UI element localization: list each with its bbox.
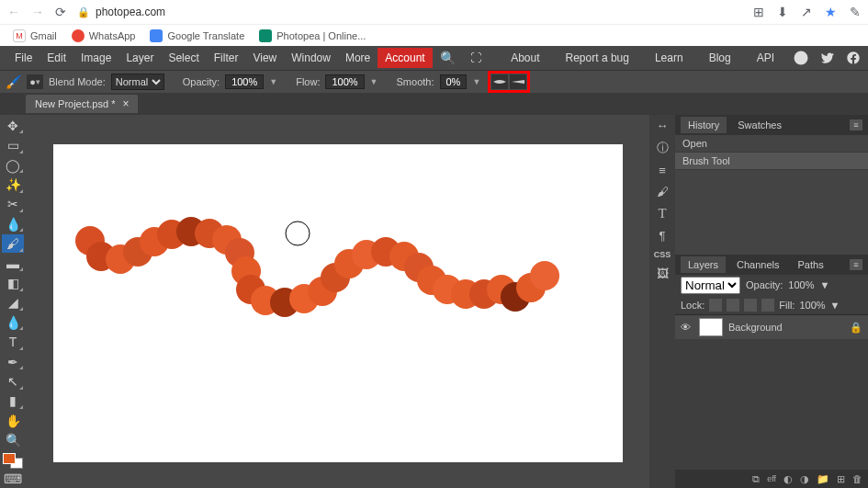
align-panel-icon[interactable]: ≡ — [659, 164, 666, 177]
pressure-size-button[interactable] — [510, 74, 526, 89]
visibility-icon[interactable]: 👁 — [681, 322, 693, 333]
menu-learn[interactable]: Learn — [648, 48, 691, 68]
search-icon[interactable]: 🔍 — [433, 47, 463, 69]
wand-tool[interactable]: ✨ — [2, 176, 24, 193]
lock-trans-icon[interactable] — [709, 299, 722, 312]
brush-tool[interactable]: 🖌 — [2, 234, 24, 252]
quickmask-tool[interactable]: ⌨ — [2, 471, 24, 488]
adjustment-icon[interactable]: ◑ — [800, 473, 809, 485]
layers-tab[interactable]: Layers — [681, 256, 726, 273]
fullscreen-icon[interactable]: ⛶ — [463, 48, 489, 68]
share-icon[interactable]: ↗ — [801, 5, 812, 19]
menu-api[interactable]: API — [750, 48, 782, 68]
type-tool[interactable]: T — [2, 333, 24, 350]
shape-tool[interactable]: ▮ — [2, 392, 24, 410]
fill-value[interactable]: 100% — [799, 300, 825, 311]
menu-select[interactable]: Select — [161, 48, 206, 68]
back-icon[interactable]: ← — [7, 5, 20, 19]
reload-icon[interactable]: ⟳ — [55, 5, 66, 19]
layer-lock-icon[interactable]: 🔒 — [850, 322, 862, 334]
history-tab[interactable]: History — [681, 117, 727, 133]
brush-icon[interactable]: 🖌️ — [6, 74, 21, 89]
lock-all-icon[interactable] — [761, 299, 774, 312]
document-tab[interactable]: New Project.psd * × — [26, 95, 138, 113]
layer-opacity-dropdown-icon[interactable]: ▼ — [820, 279, 830, 290]
folder-icon[interactable]: 📁 — [817, 473, 829, 485]
move-tool[interactable]: ✥ — [2, 117, 24, 134]
bookmark-gmail[interactable]: MGmail — [13, 29, 57, 42]
menu-account[interactable]: Account — [378, 48, 432, 68]
history-item-open[interactable]: Open — [675, 135, 868, 153]
lock-pixel-icon[interactable] — [727, 299, 739, 312]
blendmode-select[interactable]: Normal — [111, 74, 164, 90]
stamp-tool[interactable]: ▬ — [2, 255, 24, 272]
paragraph-panel-icon[interactable]: ¶ — [659, 229, 666, 243]
pen-tool[interactable]: ✒ — [2, 353, 24, 370]
opacity-value[interactable]: 100% — [225, 74, 264, 89]
menu-file[interactable]: File — [7, 48, 39, 68]
eraser-tool[interactable]: ◧ — [2, 274, 24, 291]
blur-tool[interactable]: 💧 — [2, 313, 24, 331]
layer-blend-select[interactable]: Normal — [681, 277, 740, 294]
layer-row-background[interactable]: 👁 Background 🔒 — [675, 315, 868, 339]
flow-value[interactable]: 100% — [325, 74, 364, 89]
facebook-icon[interactable] — [846, 51, 861, 65]
bookmark-photopea[interactable]: Photopea | Online... — [259, 29, 366, 42]
menu-bug[interactable]: Report a bug — [558, 48, 637, 68]
menu-view[interactable]: View — [245, 48, 284, 68]
history-menu-icon[interactable]: ≡ — [850, 119, 862, 131]
color-swatch[interactable] — [3, 453, 23, 469]
hand-tool[interactable]: ✋ — [2, 412, 24, 429]
forward-icon[interactable]: → — [31, 5, 44, 19]
menu-layer[interactable]: Layer — [118, 48, 161, 68]
layer-mask-icon[interactable]: ◐ — [783, 473, 793, 485]
menu-more[interactable]: More — [338, 48, 378, 68]
twitter-icon[interactable] — [820, 51, 835, 65]
collapse-icon[interactable]: ↔ — [657, 119, 669, 132]
eyedrop-tool[interactable]: 💧 — [2, 215, 24, 233]
menu-edit[interactable]: Edit — [39, 48, 73, 68]
css-panel-icon[interactable]: CSS — [654, 250, 671, 259]
pressure-opacity-button[interactable] — [491, 74, 508, 89]
path-tool[interactable]: ↖ — [2, 372, 24, 390]
history-item-brush[interactable]: Brush Tool — [675, 153, 868, 170]
download-icon[interactable]: ⬇ — [777, 5, 788, 19]
extension-icon[interactable]: ✎ — [850, 5, 861, 19]
crop-tool[interactable]: ✂ — [2, 196, 24, 213]
bookmark-translate[interactable]: Google Translate — [150, 29, 244, 42]
image-panel-icon[interactable]: 🖼 — [657, 267, 669, 280]
canvas[interactable] — [53, 144, 623, 462]
star-icon[interactable]: ★ — [825, 5, 837, 19]
menu-about[interactable]: About — [503, 48, 547, 68]
fill-dropdown-icon[interactable]: ▼ — [830, 300, 840, 311]
flow-dropdown-icon[interactable]: ▼ — [370, 77, 378, 86]
paths-tab[interactable]: Paths — [791, 256, 831, 273]
install-icon[interactable]: ⊞ — [753, 5, 764, 19]
opacity-dropdown-icon[interactable]: ▼ — [269, 77, 277, 86]
info-panel-icon[interactable]: ⓘ — [657, 140, 669, 156]
channels-tab[interactable]: Channels — [729, 256, 786, 273]
menu-window[interactable]: Window — [284, 48, 338, 68]
link-layers-icon[interactable]: ⧉ — [752, 473, 760, 485]
layers-menu-icon[interactable]: ≡ — [850, 259, 862, 270]
smooth-dropdown-icon[interactable]: ▼ — [472, 77, 480, 86]
character-panel-icon[interactable]: T — [658, 206, 666, 221]
brushes-panel-icon[interactable]: 🖌 — [657, 185, 669, 199]
trash-icon[interactable]: 🗑 — [852, 473, 862, 484]
menu-blog[interactable]: Blog — [702, 48, 738, 68]
menu-image[interactable]: Image — [73, 48, 118, 68]
bookmark-whatsapp[interactable]: WhatsApp — [72, 29, 136, 42]
reddit-icon[interactable] — [793, 50, 809, 66]
swatches-tab[interactable]: Swatches — [730, 117, 789, 133]
gradient-tool[interactable]: ◢ — [2, 294, 24, 312]
layer-opacity-value[interactable]: 100% — [788, 279, 814, 290]
smooth-value[interactable]: 0% — [440, 74, 468, 89]
brush-size-preview[interactable]: ●▾ — [27, 74, 43, 89]
url-text[interactable]: photopea.com — [96, 6, 165, 18]
zoom-tool[interactable]: 🔍 — [2, 432, 24, 449]
new-layer-icon[interactable]: ⊞ — [837, 473, 845, 485]
menu-filter[interactable]: Filter — [207, 48, 246, 68]
close-tab-icon[interactable]: × — [122, 97, 129, 110]
layer-fx-icon[interactable]: eff — [767, 474, 776, 483]
lasso-tool[interactable]: ◯ — [2, 156, 24, 174]
